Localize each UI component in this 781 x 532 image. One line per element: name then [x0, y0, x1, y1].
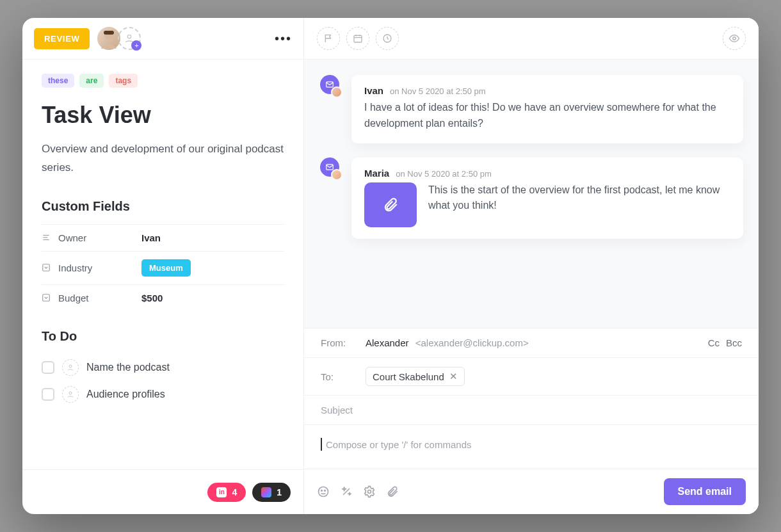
more-options-button[interactable]: ••• [275, 31, 292, 46]
settings-icon[interactable] [363, 485, 376, 498]
status-button[interactable]: REVIEW [34, 28, 90, 49]
message: Maria on Nov 5 2020 at 2:50 pm This is t… [319, 157, 743, 239]
svg-rect-10 [354, 35, 362, 42]
todo-assignee-button[interactable] [62, 386, 79, 403]
dropdown-field-icon [42, 263, 58, 272]
svg-point-20 [325, 490, 326, 492]
custom-field-value[interactable]: $500 [141, 293, 163, 303]
custom-field-row: Industry Museum [42, 251, 284, 284]
todo-item: Name the podcast [42, 354, 284, 381]
svg-rect-7 [43, 294, 50, 302]
custom-field-value[interactable]: Ivan [141, 232, 161, 243]
custom-field-label: Budget [58, 293, 141, 303]
dropdown-field-icon [42, 293, 58, 302]
figma-icon [261, 487, 271, 497]
attach-icon[interactable] [386, 485, 399, 498]
right-panel: Ivan on Nov 5 2020 at 2:50 pm I have a l… [304, 18, 759, 514]
custom-field-label: Owner [58, 232, 141, 243]
todo-checkbox[interactable] [42, 388, 54, 401]
time-button[interactable] [376, 27, 399, 50]
to-label: To: [321, 371, 354, 382]
svg-point-19 [321, 490, 323, 492]
svg-rect-6 [43, 264, 50, 271]
priority-flag-button[interactable] [317, 27, 340, 50]
bcc-button[interactable]: Bcc [726, 337, 742, 348]
message-timestamp: on Nov 5 2020 at 2:50 pm [396, 169, 492, 179]
tag[interactable]: tags [109, 74, 138, 88]
todo-label[interactable]: Name the podcast [86, 362, 170, 373]
message-author: Ivan [364, 85, 383, 96]
svg-point-2 [128, 35, 131, 38]
subject-input[interactable] [321, 405, 742, 415]
message-card[interactable]: Maria on Nov 5 2020 at 2:50 pm This is t… [351, 157, 743, 239]
custom-field-label: Industry [58, 262, 141, 273]
compose-from-row: From: Alexander <alexander@clickup.com> … [304, 328, 759, 358]
assignees: + [97, 27, 141, 50]
todo-item: Audience profiles [42, 381, 284, 408]
svg-point-9 [69, 392, 72, 394]
task-description[interactable]: Overview and development of our original… [42, 140, 284, 177]
date-button[interactable] [346, 27, 369, 50]
compose-to-row: To: Court Skabelund ✕ [304, 358, 759, 396]
from-label: From: [321, 337, 354, 348]
invision-icon: in [216, 487, 227, 497]
figma-attachment-chip[interactable]: 1 [252, 483, 291, 502]
custom-field-row: Budget $500 [42, 284, 284, 311]
figma-count: 1 [277, 487, 282, 497]
attachment-button[interactable] [364, 182, 417, 227]
custom-field-row: Owner Ivan [42, 224, 284, 251]
svg-rect-1 [104, 31, 114, 35]
message-body: I have a lot of ideas for this! Do we ha… [364, 100, 730, 132]
compose-subject-row [304, 396, 759, 425]
message-timestamp: on Nov 5 2020 at 2:50 pm [390, 86, 486, 96]
emoji-icon[interactable] [317, 485, 330, 498]
todo-label[interactable]: Audience profiles [86, 389, 165, 400]
cc-button[interactable]: Cc [708, 337, 720, 348]
svg-point-8 [69, 365, 72, 367]
svg-point-18 [319, 487, 328, 497]
svg-point-21 [368, 490, 371, 494]
send-email-button[interactable]: Send email [664, 478, 746, 505]
svg-point-15 [733, 37, 736, 40]
ai-icon[interactable] [340, 485, 353, 498]
remove-recipient-icon[interactable]: ✕ [449, 371, 458, 382]
message-author: Maria [364, 168, 389, 179]
assignee-avatar[interactable] [97, 27, 120, 50]
task-modal: REVIEW + ••• these are tags Task View Ov… [22, 18, 759, 514]
recipient-chip[interactable]: Court Skabelund ✕ [366, 367, 465, 386]
compose-body-input[interactable] [326, 438, 742, 451]
plus-icon: + [131, 40, 141, 51]
email-compose: From: Alexander <alexander@clickup.com> … [304, 328, 759, 514]
from-email: <alexander@clickup.com> [415, 337, 529, 348]
activity-thread: Ivan on Nov 5 2020 at 2:50 pm I have a l… [304, 60, 759, 328]
todo-checkbox[interactable] [42, 361, 54, 374]
message: Ivan on Nov 5 2020 at 2:50 pm I have a l… [319, 75, 743, 143]
message-body: This is the start of the overview for th… [428, 182, 730, 214]
tags-row: these are tags [42, 74, 284, 88]
invision-attachment-chip[interactable]: in 4 [207, 483, 246, 502]
watchers-button[interactable] [723, 27, 746, 50]
tag[interactable]: these [42, 74, 74, 88]
tag[interactable]: are [79, 74, 104, 88]
todo-heading: To Do [42, 329, 284, 344]
invision-count: 4 [232, 487, 237, 497]
custom-fields-heading: Custom Fields [42, 199, 284, 214]
author-avatar [331, 169, 342, 181]
compose-body-row [304, 425, 759, 469]
left-panel: REVIEW + ••• these are tags Task View Ov… [22, 18, 304, 514]
text-cursor [321, 438, 322, 451]
message-card[interactable]: Ivan on Nov 5 2020 at 2:50 pm I have a l… [351, 75, 743, 143]
custom-field-value[interactable]: Museum [141, 259, 191, 277]
from-name[interactable]: Alexander [366, 337, 409, 348]
todo-assignee-button[interactable] [62, 359, 79, 376]
task-title[interactable]: Task View [42, 102, 284, 129]
author-avatar [331, 86, 342, 98]
add-assignee-button[interactable]: + [118, 27, 141, 50]
text-field-icon [42, 233, 58, 242]
recipient-name: Court Skabelund [373, 371, 444, 382]
